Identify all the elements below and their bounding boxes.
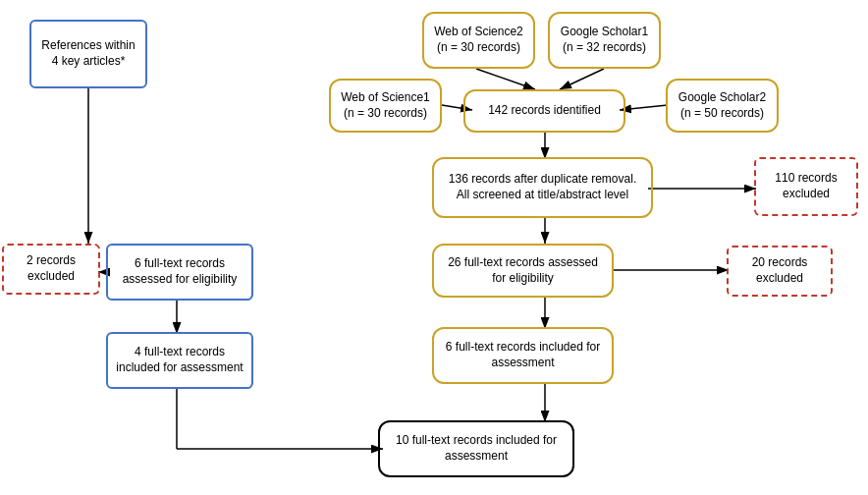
records-136-box: 136 records after duplicate removal. All… [432,157,653,218]
excluded-20-box: 20 records excluded [727,246,833,297]
included-10-box: 10 full-text records included for assess… [378,420,574,477]
excluded-110-box: 110 records excluded [754,157,858,216]
gs1-box: Google Scholar1(n = 32 records) [548,12,661,69]
fulltext-6-left-box: 6 full-text records assessed for eligibi… [106,244,253,301]
fulltext-26-box: 26 full-text records assessed for eligib… [432,244,614,298]
included-6-box: 6 full-text records included for assessm… [432,327,614,384]
svg-line-2 [560,69,604,89]
wos2-box: Web of Science2(n = 30 records) [422,12,535,69]
svg-line-1 [476,69,535,89]
flowchart: References within 4 key articles* Web of… [0,0,868,495]
excluded-2-box: 2 records excluded [2,244,100,295]
wos1-box: Web of Science1(n = 30 records) [329,79,442,133]
gs2-box: Google Scholar2(n = 50 records) [666,79,779,133]
references-box: References within 4 key articles* [29,20,147,88]
svg-line-4 [620,105,668,110]
records-142-box: 142 records identified [463,89,625,133]
included-4-box: 4 full-text records included for assessm… [106,332,253,389]
